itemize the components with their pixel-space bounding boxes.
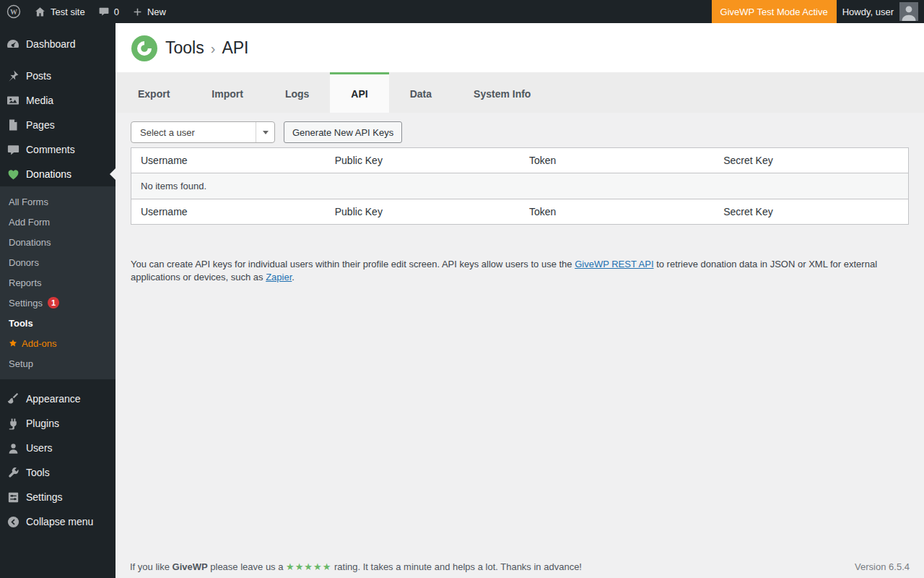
user-avatar xyxy=(899,2,918,21)
submenu-item-add-ons[interactable]: Add-ons xyxy=(0,333,116,353)
tab-api[interactable]: API xyxy=(330,72,388,113)
account-menu[interactable]: Howdy, user xyxy=(837,0,924,23)
submenu-item-all-forms[interactable]: All Forms xyxy=(0,191,116,212)
column-header-public-key: Public Key xyxy=(326,199,520,225)
sidebar-item-settings[interactable]: Settings xyxy=(0,485,116,509)
comments-link[interactable]: 0 xyxy=(92,0,126,23)
howdy-text: Howdy, user xyxy=(842,7,894,17)
sidebar-item-media[interactable]: Media xyxy=(0,88,116,113)
wordpress-logo-menu[interactable]: W xyxy=(0,0,27,23)
footer-text: rating. It takes a minute and helps a lo… xyxy=(331,561,582,572)
home-icon xyxy=(34,6,46,18)
submenu-item-tools[interactable]: Tools xyxy=(0,313,116,333)
sidebar-item-label: Users xyxy=(26,442,53,454)
tab-logs[interactable]: Logs xyxy=(264,72,330,113)
settings-icon xyxy=(0,491,26,504)
column-header-secret-key: Secret Key xyxy=(714,148,908,173)
footer-rating-text: If you like GiveWP please leave us a ★★★… xyxy=(130,561,582,572)
breadcrumb-separator-icon: › xyxy=(211,40,216,57)
page-footer: If you like GiveWP please leave us a ★★★… xyxy=(130,561,910,572)
submenu-item-label: Settings xyxy=(9,298,43,309)
breadcrumb-parent: Tools xyxy=(165,38,204,58)
breadcrumb: Tools › API xyxy=(165,38,248,58)
sidebar-item-label: Appearance xyxy=(26,393,81,405)
sidebar-item-dashboard[interactable]: Dashboard xyxy=(0,32,116,56)
sidebar-item-users[interactable]: Users xyxy=(0,436,116,460)
sidebar-item-tools[interactable]: Tools xyxy=(0,460,116,485)
media-icon xyxy=(0,93,26,108)
sidebar-item-label: Collapse menu xyxy=(26,516,93,527)
submenu-item-settings[interactable]: Settings 1 xyxy=(0,293,116,313)
tab-import[interactable]: Import xyxy=(191,72,264,113)
sidebar-item-collapse-menu[interactable]: Collapse menu xyxy=(0,509,116,534)
table-footer-row: Username Public Key Token Secret Key xyxy=(131,199,909,225)
pushpin-icon xyxy=(0,69,26,83)
comments-count: 0 xyxy=(114,7,119,17)
sidebar-item-comments[interactable]: Comments xyxy=(0,137,116,162)
api-controls: Select a user Generate New API Keys xyxy=(131,121,909,143)
submenu-item-donations[interactable]: Donations xyxy=(0,232,116,252)
table-header-row: Username Public Key Token Secret Key xyxy=(131,148,909,173)
svg-text:W: W xyxy=(10,8,17,16)
sidebar-item-label: Plugins xyxy=(26,418,59,429)
page-icon xyxy=(0,118,26,132)
update-count-badge: 1 xyxy=(48,297,59,309)
comment-bubble-icon xyxy=(98,6,110,17)
givewp-rest-api-link[interactable]: GiveWP REST API xyxy=(575,259,653,269)
current-menu-arrow xyxy=(110,168,116,180)
sidebar-item-label: Settings xyxy=(26,491,63,503)
column-header-username: Username xyxy=(131,148,326,173)
column-header-username: Username xyxy=(131,199,326,225)
sidebar-item-label: Media xyxy=(26,95,53,106)
admin-sidebar: Dashboard Posts Media Pages Comments xyxy=(0,23,116,578)
version-text: Version 6.5.4 xyxy=(855,561,910,572)
rating-stars-link[interactable]: ★★★★★ xyxy=(286,561,331,572)
givewp-heart-icon xyxy=(0,168,26,181)
comments-icon xyxy=(0,143,26,157)
sidebar-item-label: Posts xyxy=(26,70,51,82)
api-description: You can create API keys for individual u… xyxy=(131,258,896,284)
new-label: New xyxy=(147,7,166,17)
test-mode-badge[interactable]: GiveWP Test Mode Active xyxy=(712,0,837,23)
description-text: You can create API keys for individual u… xyxy=(131,259,575,269)
empty-row: No items found. xyxy=(131,173,909,199)
plus-icon xyxy=(132,7,143,17)
chevron-down-icon xyxy=(256,122,274,142)
new-content-link[interactable]: New xyxy=(126,0,173,23)
column-header-token: Token xyxy=(520,199,714,225)
submenu-item-donors[interactable]: Donors xyxy=(0,252,116,272)
tab-data[interactable]: Data xyxy=(389,72,453,113)
site-name-link[interactable]: Test site xyxy=(27,0,92,23)
wrench-icon xyxy=(0,466,26,480)
collapse-arrow-icon xyxy=(0,515,26,529)
page-header: Tools › API xyxy=(116,23,924,72)
sidebar-item-posts[interactable]: Posts xyxy=(0,64,116,88)
sidebar-item-plugins[interactable]: Plugins xyxy=(0,411,116,436)
generate-api-keys-button[interactable]: Generate New API Keys xyxy=(284,121,402,143)
star-icon xyxy=(9,339,17,348)
zapier-link[interactable]: Zapier xyxy=(266,272,292,282)
empty-message: No items found. xyxy=(131,173,909,199)
column-header-secret-key: Secret Key xyxy=(714,199,908,225)
description-text: . xyxy=(292,272,295,282)
sidebar-item-label: Comments xyxy=(26,144,75,155)
donations-submenu: All Forms Add Form Donations Donors Repo… xyxy=(0,186,116,379)
site-name: Test site xyxy=(51,7,85,17)
dashboard-icon xyxy=(0,37,26,51)
admin-bar: W Test site 0 New GiveWP Test Mode Activ… xyxy=(0,0,924,23)
givewp-logo-icon xyxy=(131,35,157,61)
submenu-item-setup[interactable]: Setup xyxy=(0,353,116,374)
user-select-value: Select a user xyxy=(140,127,195,138)
submenu-item-add-form[interactable]: Add Form xyxy=(0,212,116,232)
tab-export[interactable]: Export xyxy=(117,72,191,113)
column-header-token: Token xyxy=(520,148,714,173)
sidebar-item-donations[interactable]: Donations xyxy=(0,162,116,186)
user-select[interactable]: Select a user xyxy=(131,121,275,143)
api-keys-table: Username Public Key Token Secret Key No … xyxy=(131,147,909,225)
sidebar-item-pages[interactable]: Pages xyxy=(0,113,116,137)
submenu-item-reports[interactable]: Reports xyxy=(0,272,116,293)
tab-system-info[interactable]: System Info xyxy=(453,72,552,113)
settings-tabs: Export Import Logs API Data System Info xyxy=(116,72,924,113)
sidebar-item-appearance[interactable]: Appearance xyxy=(0,387,116,411)
sidebar-item-label: Donations xyxy=(26,168,71,180)
